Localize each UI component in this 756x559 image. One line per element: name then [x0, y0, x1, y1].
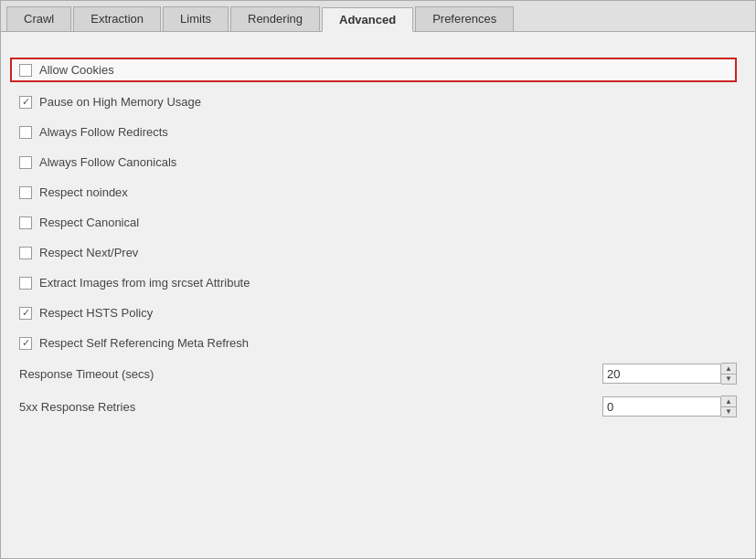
- option-row-9: Respect Self Referencing Meta Refresh: [19, 332, 737, 353]
- main-window: CrawlExtractionLimitsRenderingAdvancedPr…: [0, 0, 756, 559]
- spinner-buttons-0: ▲▼: [721, 363, 737, 385]
- option-label-8: Respect HSTS Policy: [39, 306, 153, 320]
- option-label-0: Allow Cookies: [39, 63, 114, 77]
- spinner-up-0[interactable]: ▲: [721, 364, 736, 374]
- tab-preferences[interactable]: Preferences: [415, 6, 514, 31]
- spinner-up-1[interactable]: ▲: [721, 396, 736, 406]
- checkbox-9[interactable]: [19, 337, 32, 350]
- option-label-2: Always Follow Redirects: [39, 125, 168, 139]
- checkbox-0[interactable]: [19, 64, 32, 77]
- spinner-wrapper-0: ▲▼: [602, 363, 737, 385]
- content-area: Allow CookiesPause on High Memory UsageA…: [1, 32, 755, 558]
- spinner-label-1: 5xx Response Retries: [19, 400, 385, 414]
- option-label-3: Always Follow Canonicals: [39, 155, 176, 169]
- option-label-9: Respect Self Referencing Meta Refresh: [39, 336, 249, 350]
- spinner-input-0[interactable]: [602, 364, 721, 384]
- checkbox-3[interactable]: [19, 156, 32, 169]
- option-label-1: Pause on High Memory Usage: [39, 95, 201, 109]
- option-row-3: Always Follow Canonicals: [19, 152, 737, 173]
- checkbox-6[interactable]: [19, 247, 32, 259]
- spinner-row-1: 5xx Response Retries▲▼: [19, 396, 737, 417]
- checkbox-2[interactable]: [19, 126, 32, 139]
- tab-extraction[interactable]: Extraction: [73, 6, 161, 31]
- option-row-4: Respect noindex: [19, 182, 737, 203]
- option-row-1: Pause on High Memory Usage: [19, 91, 737, 112]
- checkbox-7[interactable]: [19, 277, 32, 290]
- spinner-input-1[interactable]: [602, 396, 721, 417]
- tab-advanced[interactable]: Advanced: [322, 7, 413, 32]
- option-label-4: Respect noindex: [39, 185, 128, 199]
- tab-rendering[interactable]: Rendering: [230, 6, 320, 31]
- option-row-5: Respect Canonical: [19, 212, 737, 233]
- spinner-label-0: Response Timeout (secs): [19, 367, 385, 381]
- option-label-6: Respect Next/Prev: [39, 246, 138, 259]
- spinner-wrapper-1: ▲▼: [602, 396, 737, 417]
- spinner-row-0: Response Timeout (secs)▲▼: [19, 363, 737, 385]
- option-row-6: Respect Next/Prev: [19, 242, 737, 263]
- spinner-buttons-1: ▲▼: [721, 396, 737, 417]
- option-row-8: Respect HSTS Policy: [19, 302, 737, 323]
- checkbox-5[interactable]: [19, 216, 32, 229]
- option-row-7: Extract Images from img srcset Attribute: [19, 272, 737, 293]
- tab-crawl[interactable]: Crawl: [6, 6, 71, 31]
- option-row-0: Allow Cookies: [10, 58, 737, 82]
- spinner-down-0[interactable]: ▼: [721, 374, 736, 384]
- checkbox-1[interactable]: [19, 96, 32, 109]
- option-label-5: Respect Canonical: [39, 216, 139, 229]
- checkbox-4[interactable]: [19, 186, 32, 199]
- option-label-7: Extract Images from img srcset Attribute: [39, 276, 250, 290]
- tab-bar: CrawlExtractionLimitsRenderingAdvancedPr…: [1, 1, 755, 32]
- option-row-2: Always Follow Redirects: [19, 121, 737, 142]
- checkbox-8[interactable]: [19, 307, 32, 320]
- spinner-down-1[interactable]: ▼: [721, 406, 736, 417]
- tab-limits[interactable]: Limits: [163, 6, 229, 31]
